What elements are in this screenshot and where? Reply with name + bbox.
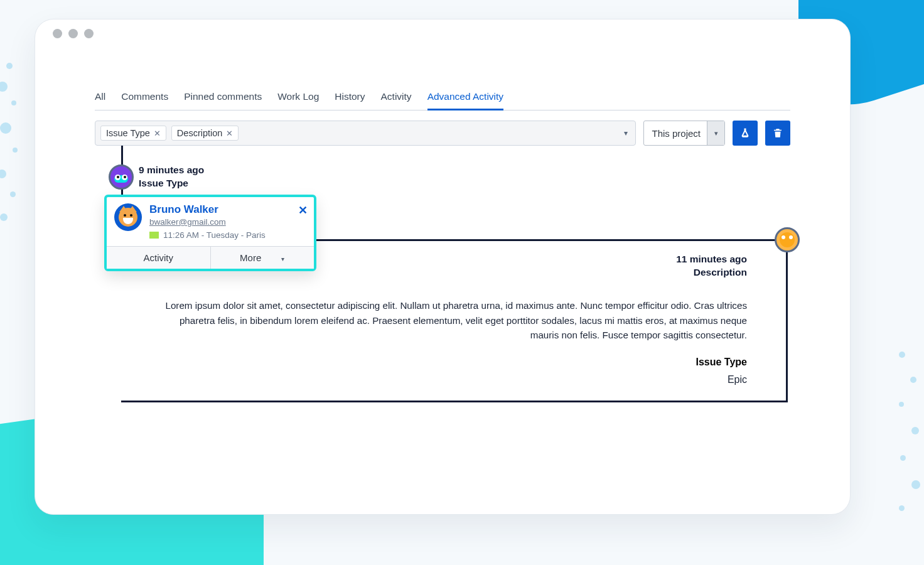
flask-icon [739, 127, 751, 139]
browser-window: All Comments Pinned comments Work Log Hi… [35, 19, 851, 515]
chip-remove-icon[interactable]: ✕ [226, 129, 233, 138]
tab-advanced-activity[interactable]: Advanced Activity [427, 91, 503, 110]
decor-dots-left [0, 63, 31, 239]
delete-button[interactable] [765, 121, 790, 146]
scope-label: This project [652, 128, 701, 139]
entry-body: Lorem ipsum dolor sit amet, consectetur … [162, 298, 747, 343]
tab-history[interactable]: History [335, 91, 365, 110]
tabs: All Comments Pinned comments Work Log Hi… [95, 91, 790, 110]
activity-entry: 9 minutes ago Issue Type Bruno Walker bw… [95, 146, 790, 189]
popover-user-name: Bruno Walker [149, 203, 306, 216]
chevron-down-icon[interactable]: ▾ [707, 121, 724, 145]
chip-label: Issue Type [106, 128, 150, 138]
activity-timeline: 9 minutes ago Issue Type Bruno Walker bw… [95, 146, 790, 402]
close-icon[interactable]: ✕ [298, 203, 308, 217]
scope-button[interactable]: This project ▾ [643, 121, 725, 146]
filter-chip-description[interactable]: Description ✕ [171, 126, 239, 141]
filter-chip-issue-type[interactable]: Issue Type ✕ [100, 126, 166, 141]
trash-icon [772, 127, 783, 139]
filter-field[interactable]: Issue Type ✕ Description ✕ ▾ [95, 121, 636, 146]
user-popover: Bruno Walker bwalker@gmail.com 11:26 AM … [104, 195, 316, 271]
tab-pinned-comments[interactable]: Pinned comments [184, 91, 262, 110]
popover-timezone: 11:26 AM - Tuesday - Paris [149, 230, 306, 240]
user-avatar[interactable] [109, 164, 134, 190]
decor-dots-right [886, 352, 924, 527]
window-dot [53, 29, 62, 38]
entry-field: Issue Type [139, 178, 790, 189]
tab-comments[interactable]: Comments [121, 91, 168, 110]
chip-label: Description [177, 128, 223, 138]
chevron-down-icon[interactable]: ▾ [624, 129, 628, 137]
popover-timezone-text: 11:26 AM - Tuesday - Paris [163, 230, 266, 240]
chip-remove-icon[interactable]: ✕ [154, 129, 161, 138]
window-dot [68, 29, 78, 38]
popover-more-button[interactable]: More ▾ [211, 247, 314, 269]
popover-user-email[interactable]: bwalker@gmail.com [149, 217, 306, 227]
more-label: More [240, 252, 261, 263]
tab-all[interactable]: All [95, 91, 105, 110]
titlebar [35, 19, 850, 47]
chevron-down-icon: ▾ [281, 256, 284, 262]
tab-activity[interactable]: Activity [381, 91, 412, 110]
popover-avatar [114, 203, 142, 231]
flag-icon [149, 232, 159, 239]
user-avatar[interactable] [775, 227, 800, 252]
export-button[interactable] [733, 121, 758, 146]
content-area: All Comments Pinned comments Work Log Hi… [35, 47, 850, 402]
toolbar: Issue Type ✕ Description ✕ ▾ This projec… [95, 121, 790, 146]
tab-work-log[interactable]: Work Log [277, 91, 319, 110]
popover-actions: Activity More ▾ [107, 246, 314, 269]
popover-activity-button[interactable]: Activity [107, 247, 211, 269]
entry-subvalue: Epic [162, 374, 747, 385]
entry-time: 9 minutes ago [139, 164, 790, 176]
entry-subheading: Issue Type [162, 357, 747, 368]
window-dot [84, 29, 94, 38]
